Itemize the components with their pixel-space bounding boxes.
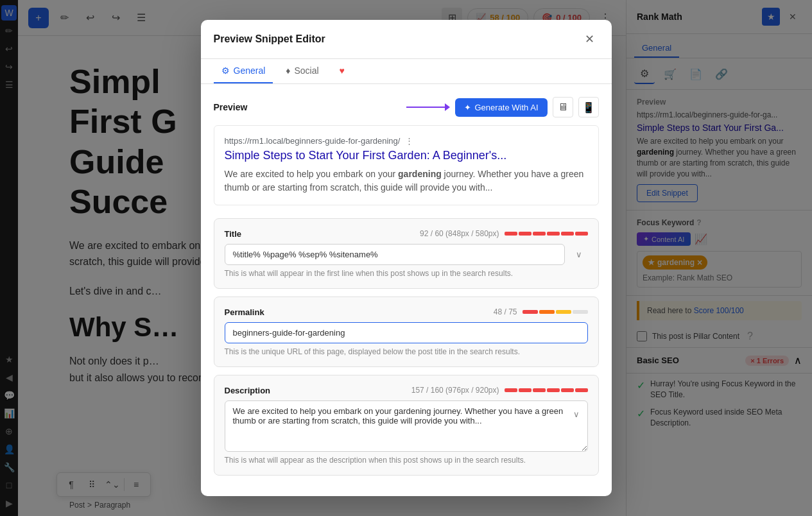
desc-seg-4	[547, 388, 560, 392]
description-field-input-row: We are excited to help you embark on you…	[225, 400, 588, 452]
preview-header: Preview ✦ Generate With AI 🖥	[214, 97, 599, 117]
desc-seg-5	[561, 388, 574, 392]
modal-tabs: ⚙ General ♦ Social ♥	[201, 59, 612, 84]
preview-card-url: https://rm1.local/beginners-guide-for-ga…	[225, 136, 588, 146]
desc-seg-1	[505, 388, 517, 392]
title-seg-4	[547, 232, 560, 236]
modal-desc-keyword: gardening	[398, 169, 442, 179]
modal-tab-general-label: General	[234, 65, 266, 76]
generate-ai-icon: ✦	[464, 103, 471, 112]
plink-seg-2	[539, 310, 555, 314]
permalink-field-hint: This is the unique URL of this page, dis…	[225, 347, 588, 356]
modal-tab-heart[interactable]: ♥	[332, 59, 352, 83]
title-seg-1	[505, 232, 517, 236]
desc-seg-3	[533, 388, 546, 392]
plink-seg-3	[556, 310, 571, 314]
preview-label: Preview	[214, 102, 248, 112]
title-field-select[interactable]: %title% %page% %sep% %sitename%	[225, 244, 565, 265]
preview-controls: ✦ Generate With AI 🖥 📱	[406, 97, 599, 117]
app-container: W ✏ ↩ ↪ ☰ ★ ◀ 💬 📊 ⊕ 👤 🔧 □ ▶ + ✏ ↩ ↪ ☰ ⊞ …	[0, 0, 812, 516]
modal-preview-card: https://rm1.local/beginners-guide-for-ga…	[214, 125, 599, 205]
permalink-progress-bars	[523, 310, 588, 314]
description-field-label: Description	[225, 386, 271, 395]
desc-seg-6	[575, 388, 588, 392]
arrow-head	[445, 103, 450, 111]
title-field-hint: This is what will appear in the first li…	[225, 269, 588, 278]
permalink-field-input[interactable]	[225, 322, 588, 343]
title-seg-2	[519, 232, 531, 236]
arrow-container	[406, 103, 450, 111]
modal-overlay: Preview Snippet Editor ✕ ⚙ General ♦ Soc…	[0, 0, 812, 516]
arrow-line	[406, 107, 445, 108]
permalink-field-label: Permalink	[225, 307, 264, 317]
title-field-counter: 92 / 60 (848px / 580px)	[420, 229, 499, 238]
title-seg-5	[561, 232, 574, 236]
title-field-label: Title	[225, 229, 242, 239]
permalink-field-group: Permalink 48 / 75	[214, 297, 599, 367]
mobile-view-button[interactable]: 📱	[578, 97, 599, 117]
title-field-input-row: %title% %page% %sep% %sitename% ∨	[225, 244, 588, 265]
title-seg-6	[575, 232, 588, 236]
permalink-field-header: Permalink 48 / 75	[225, 307, 588, 317]
heart-icon: ♥	[340, 65, 345, 76]
url-text: https://rm1.local/beginners-guide-for-ga…	[225, 136, 401, 146]
preview-card-link: Simple Steps to Start Your First Garden:…	[225, 148, 588, 163]
modal-tab-social-label: Social	[294, 65, 318, 76]
modal-tab-general-icon: ⚙	[221, 65, 230, 76]
modal-tab-social[interactable]: ♦ Social	[278, 59, 326, 83]
title-field-group: Title 92 / 60 (848px / 580px)	[214, 218, 599, 289]
modal-desc-start: We are excited to help you embark on you…	[225, 169, 399, 179]
desc-seg-2	[519, 388, 531, 392]
plink-seg-4	[573, 310, 588, 314]
modal-preview-section: Preview ✦ Generate With AI 🖥	[214, 97, 599, 205]
preview-card-desc: We are excited to help you embark on you…	[225, 168, 588, 194]
title-seg-3	[533, 232, 546, 236]
modal-title: Preview Snippet Editor	[214, 33, 325, 45]
description-field-textarea[interactable]: We are excited to help you embark on you…	[225, 400, 588, 452]
modal-tab-social-icon: ♦	[286, 65, 290, 76]
url-menu[interactable]: ⋮	[405, 136, 413, 146]
permalink-field-input-row	[225, 322, 588, 343]
desktop-view-button[interactable]: 🖥	[553, 97, 573, 117]
permalink-field-counter: 48 / 75	[494, 307, 517, 316]
description-field-header: Description 157 / 160 (976px / 920px)	[225, 386, 588, 395]
modal-tab-general[interactable]: ⚙ General	[214, 59, 273, 83]
plink-seg-1	[523, 310, 538, 314]
generate-ai-label: Generate With AI	[475, 103, 539, 112]
description-field-counter: 157 / 160 (976px / 920px)	[411, 386, 499, 395]
description-field-group: Description 157 / 160 (976px / 920px)	[214, 375, 599, 476]
title-progress-bars	[505, 232, 588, 236]
generate-ai-button[interactable]: ✦ Generate With AI	[455, 98, 548, 117]
modal-close-button[interactable]: ✕	[581, 30, 599, 48]
description-field-hint: This is what will appear as the descript…	[225, 456, 588, 465]
modal-header: Preview Snippet Editor ✕	[201, 20, 612, 59]
title-chevron-button[interactable]: ∨	[570, 245, 588, 263]
description-progress-bars	[505, 388, 588, 392]
modal-body: Preview ✦ Generate With AI 🖥	[201, 84, 612, 495]
title-field-header: Title 92 / 60 (848px / 580px)	[225, 229, 588, 239]
description-chevron-button[interactable]: ∨	[567, 406, 585, 424]
preview-snippet-editor-modal: Preview Snippet Editor ✕ ⚙ General ♦ Soc…	[201, 20, 612, 495]
